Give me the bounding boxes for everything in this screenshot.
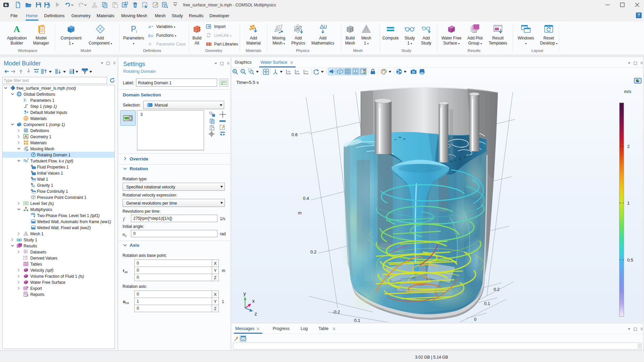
svg-text:0.4: 0.4 (303, 196, 309, 201)
svg-text:m: m (298, 210, 302, 215)
svg-text:0.2: 0.2 (494, 287, 500, 292)
svg-text:z: z (255, 311, 257, 316)
svg-text:P: P (131, 25, 136, 33)
svg-text:e-12: e-12 (23, 258, 28, 260)
svg-text:y: y (243, 291, 246, 296)
svg-text:-0.2: -0.2 (333, 309, 340, 314)
svg-text:0.1: 0.1 (354, 318, 360, 322)
svg-text:0.1: 0.1 (484, 301, 490, 306)
svg-text:2: 2 (627, 144, 630, 149)
svg-text:Time=5.5 s: Time=5.5 s (236, 80, 259, 85)
svg-text:Pi: Pi (24, 98, 27, 102)
svg-text:0.5: 0.5 (627, 258, 633, 263)
svg-text:0.2: 0.2 (310, 249, 316, 254)
svg-text:0.6: 0.6 (292, 132, 298, 137)
svg-text:8.85: 8.85 (23, 255, 28, 258)
svg-text:xy: xy (287, 70, 290, 73)
svg-text:xz: xz (305, 70, 308, 73)
svg-text:Pi: Pi (149, 42, 152, 47)
svg-text:f(x): f(x) (148, 33, 154, 38)
svg-text:yz: yz (296, 70, 299, 73)
svg-text:i: i (136, 29, 137, 34)
svg-text:A: A (14, 24, 20, 34)
svg-text:0: 0 (474, 317, 476, 322)
svg-text:a=: a= (148, 24, 154, 29)
svg-text:m/s: m/s (624, 89, 631, 94)
svg-text:x: x (252, 298, 255, 304)
svg-text:1: 1 (627, 201, 630, 206)
